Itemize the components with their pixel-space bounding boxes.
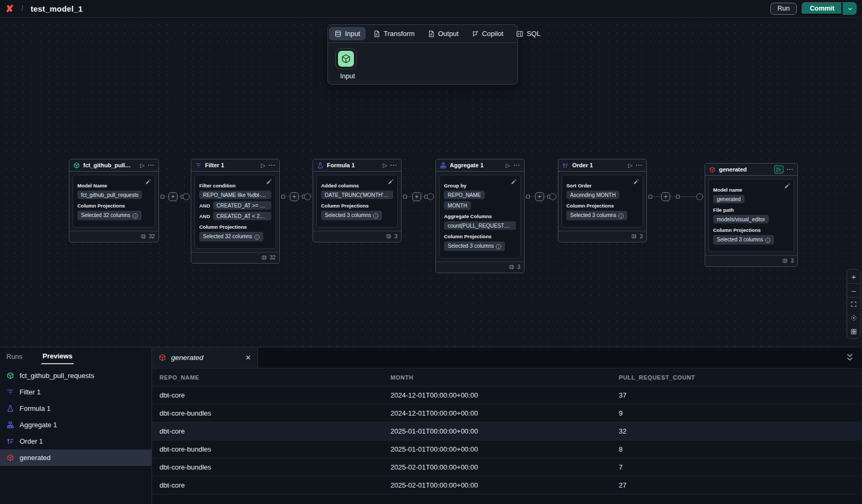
edge-handle-circle[interactable] (549, 193, 556, 200)
table-row[interactable]: dbt-core-bundles 2025-01-01T00:00:00+00:… (152, 440, 862, 458)
tab-runs[interactable]: Runs (5, 349, 23, 364)
play-icon[interactable]: ▷ (140, 163, 145, 168)
input-node-tile[interactable] (335, 48, 357, 69)
node-header[interactable]: Filter 1 ▷ ··· (191, 159, 279, 172)
node-header[interactable]: Order 1 ▷ ··· (558, 159, 646, 172)
node-header[interactable]: Formula 1 ▷ ··· (313, 159, 401, 172)
edit-pencil-icon[interactable] (145, 179, 151, 186)
edge-handle-square[interactable] (403, 195, 407, 199)
commit-button[interactable]: Commit (802, 2, 842, 15)
run-button[interactable]: Run (770, 3, 797, 15)
commit-dropdown-button[interactable] (842, 2, 857, 15)
edge-handle-circle[interactable] (696, 193, 703, 200)
sort-order-chip[interactable]: Ascending MONTH (566, 191, 619, 199)
column-projections-chip[interactable]: Selected 32 columnsi (77, 211, 141, 220)
table-row[interactable]: dbt-core 2025-02-01T00:00:00+00:00 27 (152, 476, 862, 494)
node-generated[interactable]: generated ▷ ··· Model name generated Fil… (705, 163, 798, 267)
close-icon[interactable]: ✕ (245, 354, 251, 362)
tab-transform[interactable]: Transform (368, 27, 420, 40)
column-header[interactable]: REPO_NAME (152, 374, 383, 381)
edge-add-node-button[interactable]: + (535, 192, 544, 201)
column-header[interactable]: PULL_REQUEST_COUNT (611, 374, 862, 381)
model-name-chip[interactable]: fct_github_pull_requests (77, 191, 142, 199)
edge-handle-square[interactable] (676, 195, 680, 199)
node-header[interactable]: fct_github_pull_requests ▷ ··· (69, 159, 158, 172)
table-row[interactable]: dbt-core-bundles 2025-02-01T00:00:00+00:… (152, 458, 862, 476)
edge-handle-square[interactable] (281, 195, 285, 199)
node-filter-1[interactable]: Filter 1 ▷ ··· Filter condition REPO_NAM… (191, 159, 280, 264)
sidebar-item-generated[interactable]: generated (0, 449, 152, 466)
play-icon[interactable]: ▷ (383, 163, 387, 168)
file-path-chip[interactable]: models/visual_editor (713, 215, 769, 223)
edit-pencil-icon[interactable] (784, 183, 790, 190)
node-aggregate-1[interactable]: Aggregate 1 ▷ ··· Group by REPO_NAME MON… (436, 159, 525, 273)
filter-condition-chip[interactable]: CREATED_AT < 2025-03-01 (213, 212, 271, 220)
column-projections-chip[interactable]: Selected 3 columnsi (444, 241, 505, 251)
table-row[interactable]: dbt-core 2025-01-01T00:00:00+00:00 32 (152, 422, 862, 440)
edge-add-node-button[interactable]: + (661, 192, 670, 201)
group-by-chip[interactable]: REPO_NAME (444, 191, 485, 199)
node-menu-icon[interactable]: ··· (787, 167, 794, 173)
tab-copilot[interactable]: Copilot (466, 27, 509, 40)
dbt-logo-icon[interactable]: ✘ (5, 4, 14, 14)
node-menu-icon[interactable]: ··· (636, 163, 643, 168)
edge-add-node-button[interactable]: + (168, 192, 177, 201)
aggregate-column-chip[interactable]: count(PULL_REQUEST_NUMBER) as ... (444, 221, 516, 230)
column-projections-chip[interactable]: Selected 32 columnsi (199, 232, 263, 241)
grid-layout-icon[interactable] (847, 325, 860, 338)
table-row[interactable]: dbt-core-bundles 2024-12-01T00:00:00+00:… (152, 404, 862, 422)
column-projections-chip[interactable]: Selected 3 columnsi (566, 211, 627, 220)
fit-view-icon[interactable] (847, 297, 860, 311)
column-projections-chip[interactable]: Selected 3 columnsi (321, 211, 382, 220)
edge-add-node-button[interactable]: + (412, 192, 421, 201)
edit-pencil-icon[interactable] (266, 179, 272, 186)
cell-month: 2025-01-01T00:00:00+00:00 (383, 427, 611, 435)
sidebar-item-order-1[interactable]: Order 1 (0, 433, 152, 449)
edge-handle-circle[interactable] (304, 193, 311, 200)
collapse-panel-icon[interactable] (845, 352, 855, 365)
filter-condition-chip[interactable]: CREATED_AT >= 2024-12-01 (213, 201, 271, 210)
edge-add-node-button[interactable]: + (290, 192, 299, 201)
tab-input[interactable]: Input (329, 27, 366, 40)
sidebar-item-filter-1[interactable]: Filter 1 (0, 384, 152, 400)
tab-sql[interactable]: SQL (511, 27, 546, 40)
sidebar-item-formula-1[interactable]: Formula 1 (0, 400, 152, 417)
node-formula-1[interactable]: Formula 1 ▷ ··· Added columns DATE_TRUNC… (313, 159, 402, 242)
tab-output[interactable]: Output (422, 27, 464, 40)
edge-handle-square[interactable] (526, 195, 530, 199)
node-menu-icon[interactable]: ··· (513, 163, 520, 168)
edge-handle-circle[interactable] (427, 193, 434, 200)
group-by-chip[interactable]: MONTH (444, 201, 471, 210)
sidebar-item-aggregate-1[interactable]: Aggregate 1 (0, 417, 152, 433)
zoom-in-button[interactable]: + (847, 269, 860, 283)
play-icon[interactable]: ▷ (261, 163, 265, 168)
edge-handle-square[interactable] (648, 195, 652, 199)
play-icon[interactable]: ▷ (774, 165, 784, 174)
node-order-1[interactable]: Order 1 ▷ ··· Sort Order Ascending MONTH… (558, 159, 647, 242)
table-row[interactable]: dbt-core 2024-12-01T00:00:00+00:00 37 (152, 386, 862, 404)
node-header[interactable]: generated ▷ ··· (705, 164, 797, 176)
locate-icon[interactable] (847, 311, 860, 325)
filter-condition-chip[interactable]: REPO_NAME like %dbt-core% (199, 191, 271, 199)
node-fct-github-pull-requests[interactable]: fct_github_pull_requests ▷ ··· Model Nam… (69, 159, 159, 242)
edit-pencil-icon[interactable] (388, 179, 394, 186)
preview-tab-generated[interactable]: generated ✕ (152, 347, 258, 368)
edge-handle-circle[interactable] (183, 193, 190, 200)
section-label: Filter condition (199, 183, 271, 188)
node-header[interactable]: Aggregate 1 ▷ ··· (436, 159, 524, 172)
column-header[interactable]: MONTH (383, 374, 611, 381)
edit-pencil-icon[interactable] (511, 179, 517, 186)
edit-pencil-icon[interactable] (633, 179, 639, 186)
sidebar-item-fct-github-pull-requests[interactable]: fct_github_pull_requests (0, 367, 152, 384)
node-menu-icon[interactable]: ··· (390, 163, 397, 168)
zoom-out-button[interactable]: – (847, 283, 860, 297)
play-icon[interactable]: ▷ (628, 163, 633, 168)
edge-handle-square[interactable] (161, 195, 164, 199)
node-menu-icon[interactable]: ··· (269, 163, 276, 168)
column-projections-chip[interactable]: Selected 3 columnsi (713, 235, 774, 245)
play-icon[interactable]: ▷ (506, 163, 510, 168)
added-column-chip[interactable]: DATE_TRUNC('MONTH', CREATED_AT... (321, 191, 393, 199)
model-name-chip[interactable]: generated (713, 195, 744, 203)
tab-previews[interactable]: Previews (41, 349, 73, 364)
node-menu-icon[interactable]: ··· (148, 163, 155, 168)
